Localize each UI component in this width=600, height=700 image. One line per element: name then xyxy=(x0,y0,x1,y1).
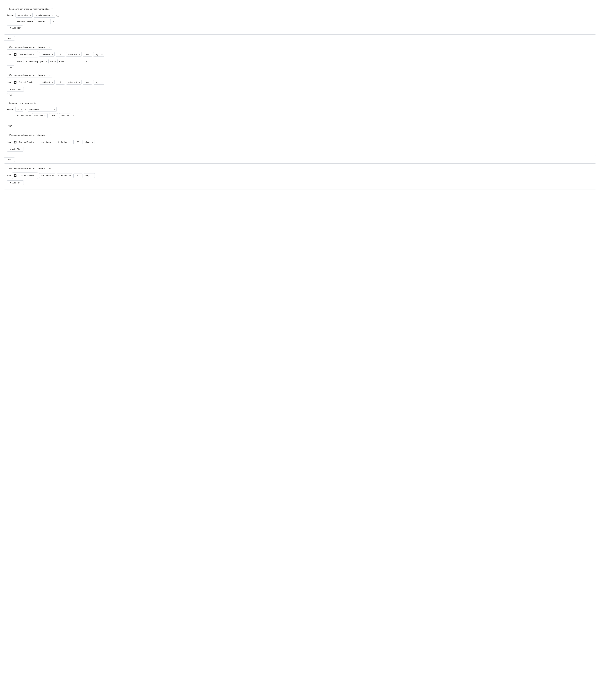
clicked-time-value-input[interactable] xyxy=(83,80,92,84)
and-connector-3: + AND xyxy=(4,157,596,162)
opened-value-input[interactable] xyxy=(56,52,65,57)
remove-list-time-button[interactable]: ✕ xyxy=(72,115,75,117)
has-label-opened-zero: Has xyxy=(7,141,11,143)
opened-zero-condition-dropdown[interactable]: zero times xyxy=(39,140,55,144)
opened-time-value-input[interactable] xyxy=(83,52,92,57)
person-label: Person xyxy=(7,14,14,17)
clicked-condition-dropdown[interactable]: is at least xyxy=(39,80,54,84)
opened-zero-type-dropdown[interactable]: What someone has done (or not done) xyxy=(7,133,52,137)
because-person-label: Because person xyxy=(17,20,33,23)
clicked-zero-time-condition-dropdown[interactable]: in the last xyxy=(57,173,72,178)
add-filter-button-opened-zero[interactable]: ▼ Add Filter xyxy=(7,147,24,152)
opened-condition-dropdown[interactable]: is at least xyxy=(39,52,54,57)
clicked-zero-type-dropdown[interactable]: What someone has done (or not done) xyxy=(7,166,52,171)
list-person-label: Person xyxy=(7,108,14,110)
has-label-clicked-zero: Has xyxy=(7,174,11,177)
opened-zero-time-value-input[interactable] xyxy=(73,140,82,144)
and-button-1[interactable]: + AND xyxy=(4,36,15,41)
opened-email-event-dropdown[interactable]: Opened Email xyxy=(18,52,35,56)
and-connector-2: + AND xyxy=(4,124,596,128)
opened-zero-section: What someone has done (or not done) Has … xyxy=(4,130,596,156)
and-line-2 xyxy=(16,126,596,126)
clicked-time-unit-dropdown[interactable]: days xyxy=(93,80,104,84)
marketing-section: If someone can or cannot receive marketi… xyxy=(4,4,596,34)
clicked-zero-condition-dropdown[interactable]: zero times xyxy=(39,173,55,178)
clicked-email-event-dropdown[interactable]: Clicked Email xyxy=(18,80,34,84)
and-button-2[interactable]: + AND xyxy=(4,124,15,128)
marketing-type-dropdown[interactable]: If someone can or cannot receive marketi… xyxy=(7,7,54,11)
opened-where-row: where Apple Privacy Open equals ✕ xyxy=(17,59,593,64)
because-person-dropdown[interactable]: subscribed xyxy=(34,19,51,24)
opened-zero-time-condition-dropdown[interactable]: in the last xyxy=(57,140,72,144)
and-was-added-row: and was added in the last days ✕ xyxy=(17,113,593,118)
and-line-1 xyxy=(16,38,596,39)
or-button-2[interactable]: OR xyxy=(7,93,15,97)
apple-privacy-dropdown[interactable]: Apple Privacy Open xyxy=(24,59,49,64)
opened-email-icon xyxy=(14,53,17,56)
filter-icon-opened-zero: ▼ xyxy=(9,148,11,150)
filter-icon-clicked: ▼ xyxy=(9,88,11,91)
clicked-zero-event-dropdown[interactable]: Clicked Email xyxy=(18,173,34,178)
and-line-3 xyxy=(16,159,596,160)
list-time-value-input[interactable] xyxy=(49,113,58,118)
list-type-dropdown[interactable]: If someone is in or not in a list xyxy=(7,101,52,105)
person-can-dropdown[interactable]: can receive xyxy=(15,13,32,18)
add-filter-button-clicked[interactable]: ▼ Add Filter xyxy=(7,87,24,92)
opened-zero-event-dropdown[interactable]: Opened Email xyxy=(18,140,35,144)
add-filter-button-1[interactable]: ▼ Add filter xyxy=(7,25,23,30)
in-label: in xyxy=(25,108,26,110)
equals-label: equals xyxy=(50,60,56,62)
newsletter-dropdown[interactable]: Newsletter xyxy=(28,107,57,112)
clicked-zero-time-value-input[interactable] xyxy=(73,173,82,178)
where-label: where xyxy=(17,60,22,62)
clicked-email-type-dropdown[interactable]: What someone has done (or not done) xyxy=(7,73,52,77)
add-filter-button-clicked-zero[interactable]: ▼ Add Filter xyxy=(7,180,24,185)
clicked-email-icon xyxy=(14,81,17,83)
clicked-value-input[interactable] xyxy=(56,80,65,84)
clicked-zero-time-unit-dropdown[interactable]: days xyxy=(84,173,95,178)
clicked-time-condition-dropdown[interactable]: in the last xyxy=(66,80,82,84)
and-was-added-label: and was added xyxy=(17,115,31,117)
has-label-clicked: Has xyxy=(7,81,11,83)
opened-zero-email-icon xyxy=(14,141,17,144)
opened-email-type-dropdown[interactable]: What someone has done (or not done) xyxy=(7,45,52,50)
opened-zero-time-unit-dropdown[interactable]: days xyxy=(84,140,95,144)
where-value-input[interactable] xyxy=(57,59,83,64)
list-person-is-dropdown[interactable]: is xyxy=(15,107,23,112)
opened-time-unit-dropdown[interactable]: days xyxy=(93,52,104,57)
opened-time-condition-dropdown[interactable]: in the last xyxy=(66,52,82,57)
and-button-3[interactable]: + AND xyxy=(4,157,15,162)
info-icon[interactable]: i xyxy=(56,14,59,17)
remove-where-button[interactable]: ✕ xyxy=(84,60,88,63)
filter-icon: ▼ xyxy=(9,27,11,29)
list-time-unit-dropdown[interactable]: days xyxy=(59,113,70,118)
or-button-1[interactable]: OR xyxy=(7,65,15,69)
and-connector-1: + AND xyxy=(4,36,596,41)
filter-icon-clicked-zero: ▼ xyxy=(9,182,11,184)
email-marketing-dropdown[interactable]: email marketing xyxy=(34,13,55,18)
clicked-zero-email-icon xyxy=(14,174,17,177)
actions-group-section: What someone has done (or not done) Has … xyxy=(4,42,596,122)
list-time-condition-dropdown[interactable]: in the last xyxy=(32,113,48,118)
clicked-zero-section: What someone has done (or not done) Has … xyxy=(4,164,596,190)
has-label-opened: Has xyxy=(7,53,11,55)
remove-because-button[interactable]: ✕ xyxy=(52,20,55,23)
